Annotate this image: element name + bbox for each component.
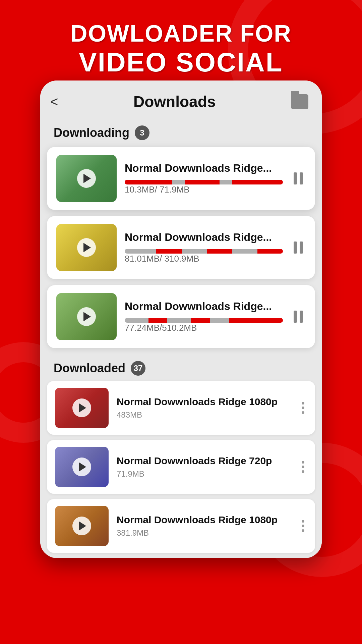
downloads-header: < Downloads <box>40 80 322 119</box>
downloaded-label: Downloaded <box>54 361 125 375</box>
downloaded-thumbnail-2 <box>55 447 109 487</box>
more-dot-7 <box>302 520 304 523</box>
downloading-label: Downloading <box>54 126 129 140</box>
downloaded-info-1: Normal Dowwnloads Ridge 1080p 483MB <box>117 396 291 420</box>
seg-gray <box>182 249 207 254</box>
downloaded-info-2: Normal Dowwnloads Ridge 720p 71.9MB <box>117 455 291 479</box>
more-dot-9 <box>302 529 304 532</box>
play-button-1[interactable] <box>77 169 96 188</box>
play-button-2[interactable] <box>77 238 96 257</box>
download-size-2: 81.01MB/ 310.9MB <box>125 254 283 264</box>
seg-red <box>156 249 182 254</box>
play-triangle-icon-d1 <box>79 403 86 413</box>
play-button-d3[interactable] <box>72 517 91 535</box>
phone-mockup: < Downloads Downloading 3 Normal Dowwnlo… <box>40 80 322 558</box>
pause-button-3[interactable] <box>291 308 306 325</box>
folder-icon[interactable] <box>291 94 308 109</box>
downloading-items-list: Normal Dowwnloads Ridge... 10.3MB/ 71.9M… <box>40 147 322 354</box>
downloaded-item-2: Normal Dowwnloads Ridge 720p 71.9MB <box>47 440 315 494</box>
downloaded-name-1: Normal Dowwnloads Ridge 1080p <box>117 396 291 408</box>
downloaded-item-3: Normal Dowwnloads Ridge 1080p 381.9MB <box>47 499 315 553</box>
download-size-1: 10.3MB/ 71.9MB <box>125 184 283 195</box>
downloading-section-header: Downloading 3 <box>40 119 322 147</box>
play-button-3[interactable] <box>77 307 96 326</box>
pause-bar-left-2 <box>294 241 297 254</box>
seg-red <box>232 180 267 184</box>
back-button[interactable]: < <box>50 94 58 109</box>
play-triangle-icon-3 <box>83 312 91 321</box>
download-info-1: Normal Dowwnloads Ridge... 10.3MB/ 71.9M… <box>125 162 283 195</box>
more-dot-2 <box>302 407 304 409</box>
screen-title: Downloads <box>133 93 216 111</box>
seg-gray <box>172 180 185 184</box>
play-triangle-icon-1 <box>83 174 91 183</box>
seg-red <box>207 249 232 254</box>
thumbnail-3 <box>56 293 117 340</box>
downloaded-item-1: Normal Dowwnloads Ridge 1080p 483MB <box>47 381 315 435</box>
downloaded-items-list: Normal Dowwnloads Ridge 1080p 483MB Norm… <box>40 381 322 553</box>
progress-bar-3 <box>125 318 283 323</box>
play-button-d1[interactable] <box>72 398 91 417</box>
more-button-2[interactable] <box>299 458 307 476</box>
downloaded-name-3: Normal Dowwnloads Ridge 1080p <box>117 514 291 526</box>
downloaded-thumbnail-3 <box>55 506 109 546</box>
pause-bar-right-3 <box>300 311 303 323</box>
seg-gray <box>125 249 156 254</box>
seg-gray <box>232 249 258 254</box>
play-triangle-icon-d2 <box>79 462 86 472</box>
seg-red <box>148 318 168 323</box>
downloaded-size-2: 71.9MB <box>117 469 291 479</box>
seg-gray <box>220 180 232 184</box>
downloaded-size-1: 483MB <box>117 410 291 420</box>
download-info-3: Normal Dowwnloads Ridge... 77.24MB/510.2… <box>125 300 283 333</box>
seg-gray <box>125 318 148 323</box>
play-triangle-icon-2 <box>83 243 91 252</box>
downloading-item-3: Normal Dowwnloads Ridge... 77.24MB/510.2… <box>47 285 315 348</box>
seg-red <box>185 180 220 184</box>
pause-bar-left-3 <box>294 311 297 323</box>
seg-gray <box>210 318 229 323</box>
more-dot-3 <box>302 411 304 414</box>
app-header: DOWLOADER FOR VIDEO SOCIAL <box>0 0 362 91</box>
pause-button-2[interactable] <box>291 239 306 256</box>
downloading-item-2: Normal Dowwnloads Ridge... 81.01MB/ 310.… <box>47 216 315 279</box>
more-dot-1 <box>302 402 304 405</box>
downloaded-thumbnail-1 <box>55 388 109 428</box>
downloaded-name-2: Normal Dowwnloads Ridge 720p <box>117 455 291 467</box>
downloaded-info-3: Normal Dowwnloads Ridge 1080p 381.9MB <box>117 514 291 538</box>
downloaded-size-3: 381.9MB <box>117 528 291 538</box>
more-button-3[interactable] <box>299 517 307 535</box>
seg-red <box>191 318 210 323</box>
seg-red <box>125 180 172 184</box>
download-info-2: Normal Dowwnloads Ridge... 81.01MB/ 310.… <box>125 231 283 264</box>
thumbnail-2 <box>56 224 117 271</box>
progress-bar-1 <box>125 180 283 184</box>
downloading-count-badge: 3 <box>135 125 149 140</box>
pause-bar-right-1 <box>300 172 303 184</box>
seg-red <box>267 180 283 184</box>
download-name-1: Normal Dowwnloads Ridge... <box>125 162 283 174</box>
more-dot-4 <box>302 461 304 464</box>
download-name-3: Normal Dowwnloads Ridge... <box>125 300 283 313</box>
seg-red <box>257 249 283 254</box>
download-name-2: Normal Dowwnloads Ridge... <box>125 231 283 244</box>
download-size-3: 77.24MB/510.2MB <box>125 323 283 333</box>
downloading-item-1: Normal Dowwnloads Ridge... 10.3MB/ 71.9M… <box>47 147 315 210</box>
header-line2: VIDEO SOCIAL <box>0 47 362 78</box>
pause-bar-right-2 <box>300 241 303 254</box>
more-button-1[interactable] <box>299 399 307 417</box>
seg-red <box>229 318 283 323</box>
more-dot-6 <box>302 470 304 473</box>
pause-button-1[interactable] <box>291 170 306 187</box>
more-dot-5 <box>302 466 304 468</box>
header-line1: DOWLOADER FOR <box>0 20 362 47</box>
play-button-d2[interactable] <box>72 458 91 476</box>
pause-bar-left-1 <box>294 172 297 184</box>
play-triangle-icon-d3 <box>79 521 86 531</box>
seg-gray <box>167 318 191 323</box>
progress-bar-2 <box>125 249 283 254</box>
more-dot-8 <box>302 525 304 527</box>
thumbnail-1 <box>56 155 117 202</box>
downloaded-count-badge: 37 <box>131 361 145 376</box>
downloaded-section-header: Downloaded 37 <box>40 354 322 381</box>
